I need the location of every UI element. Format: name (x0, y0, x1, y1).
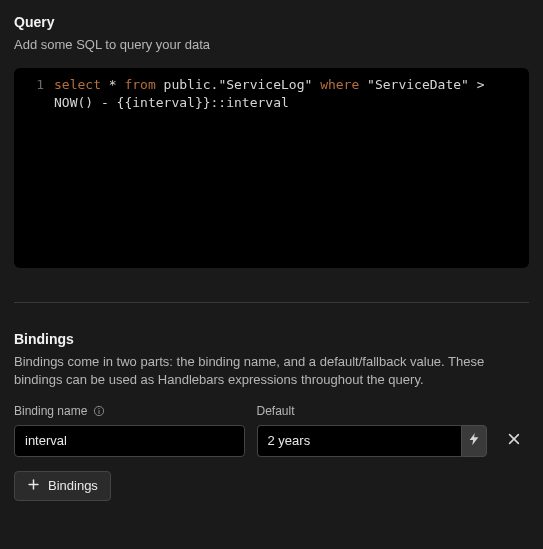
query-title: Query (14, 14, 529, 30)
info-icon[interactable] (93, 405, 105, 417)
sql-editor[interactable]: 1 select * from public."ServiceLog" wher… (14, 68, 529, 268)
binding-default-label: Default (257, 404, 488, 418)
remove-binding-button[interactable] (499, 425, 529, 457)
add-binding-label: Bindings (48, 478, 98, 493)
bindings-title: Bindings (14, 331, 529, 347)
bolt-icon (467, 432, 481, 449)
query-section: Query Add some SQL to query your data 1 … (14, 14, 529, 268)
close-icon (507, 432, 521, 449)
binding-default-field: Default (257, 404, 488, 457)
bindings-section: Bindings Bindings come in two parts: the… (14, 331, 529, 500)
section-divider (14, 302, 529, 303)
sql-code: select * from public."ServiceLog" where … (54, 76, 529, 112)
line-number: 1 (14, 76, 54, 112)
add-binding-button[interactable]: Bindings (14, 471, 111, 501)
binding-name-label: Binding name (14, 404, 245, 418)
plus-icon (27, 478, 40, 494)
query-description: Add some SQL to query your data (14, 36, 529, 54)
bindings-description: Bindings come in two parts: the binding … (14, 353, 529, 389)
svg-point-2 (99, 407, 100, 408)
binding-name-field: Binding name (14, 404, 245, 457)
binding-row: Binding name Default (14, 404, 529, 457)
binding-default-input[interactable] (257, 425, 461, 457)
binding-name-input[interactable] (14, 425, 245, 457)
binding-name-label-text: Binding name (14, 404, 87, 418)
bolt-button[interactable] (461, 425, 487, 457)
